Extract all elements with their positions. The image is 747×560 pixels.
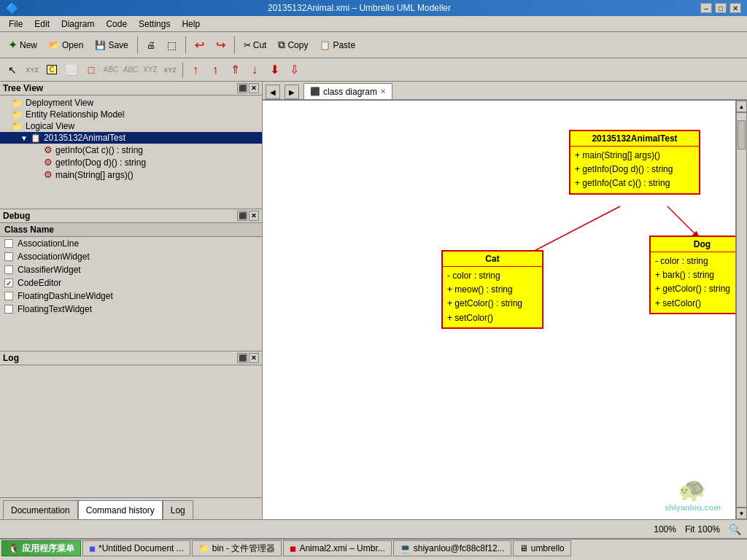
save-button[interactable]: 💾 Save xyxy=(90,35,133,55)
checkbox-5[interactable] xyxy=(4,305,13,314)
method-icon: ⚙ xyxy=(44,144,53,155)
debug-float-button[interactable]: ⬛ xyxy=(237,211,247,221)
scrollbar-thumb[interactable] xyxy=(738,120,746,149)
minimize-button[interactable]: – xyxy=(700,3,712,13)
checkbox-2[interactable] xyxy=(4,265,13,274)
taskbar-untitled[interactable]: ◼ *Untitled Document ... xyxy=(82,540,190,556)
menu-help[interactable]: Help xyxy=(176,18,206,31)
tab-documentation[interactable]: Documentation xyxy=(3,500,78,519)
debug-item-5[interactable]: FloatingTextWidget xyxy=(0,303,262,316)
main-content: Tree View ⬛ ✕ 📁 Deployment View 📁 Entity… xyxy=(0,82,747,519)
arrow-up3-tool[interactable]: ⇑ xyxy=(225,61,244,79)
box-tool[interactable]: □ xyxy=(82,61,101,79)
arrow-up-tool[interactable]: ↑ xyxy=(186,61,205,79)
log-float-button[interactable]: ⬛ xyxy=(237,353,247,363)
tab-log[interactable]: Log xyxy=(163,500,193,519)
tree-item-method2[interactable]: ⚙ getInfo(Dog d)() : string xyxy=(0,156,262,168)
debug-controls[interactable]: ⬛ ✕ xyxy=(237,211,259,221)
copy-button[interactable]: ⧉ Copy xyxy=(273,35,313,55)
log-close-button[interactable]: ✕ xyxy=(249,353,259,363)
menu-diagram[interactable]: Diagram xyxy=(55,18,100,31)
canvas-with-scrollbar: 20135132AnimalTest + main(String[] args)… xyxy=(263,101,747,519)
fit-section: Fit 100% xyxy=(685,524,720,534)
interface-tool[interactable]: ⬜ xyxy=(62,61,81,79)
menu-edit[interactable]: Edit xyxy=(28,18,55,31)
diagram-tab-class[interactable]: ⬛ class diagram ✕ xyxy=(303,83,392,99)
xyz-tool[interactable]: XYZ xyxy=(23,61,42,79)
method-cat-3: + setColor() xyxy=(447,311,538,325)
tree-close-button[interactable]: ✕ xyxy=(249,83,259,93)
diagram-tab-bar: ◀ ▶ ⬛ class diagram ✕ xyxy=(263,82,747,101)
arrow-down3-tool[interactable]: ⇩ xyxy=(285,61,303,79)
select-tool[interactable]: ↖ xyxy=(3,61,22,79)
cut-button[interactable]: ✂ Cut xyxy=(239,35,272,55)
tree-item-method3[interactable]: ⚙ main(String[] args)() xyxy=(0,168,262,181)
arrow-up2-tool[interactable]: ↑↑ xyxy=(206,61,225,79)
note-tool[interactable]: XYZ xyxy=(141,61,160,79)
class-tool[interactable]: C xyxy=(42,61,61,79)
scrollbar-track[interactable] xyxy=(736,112,747,508)
scrollbar-up-button[interactable]: ▲ xyxy=(736,101,747,112)
tree-item-method1[interactable]: ⚙ getInfo(Cat c)() : string xyxy=(0,144,262,156)
menu-file[interactable]: File xyxy=(3,18,28,31)
tab-close-button[interactable]: ✕ xyxy=(380,88,386,96)
menu-code[interactable]: Code xyxy=(100,18,133,31)
print-button[interactable]: 🖨 xyxy=(142,35,160,55)
tree-float-button[interactable]: ⬛ xyxy=(237,83,247,93)
tab-command-history[interactable]: Command history xyxy=(78,500,163,519)
app-icon: 🔷 xyxy=(6,2,18,14)
class-name-cat: Cat xyxy=(485,254,499,264)
taskbar-umbrello[interactable]: 🖥 umbrello xyxy=(513,540,571,556)
debug-item-4[interactable]: FloatingDashLineWidget xyxy=(0,289,262,303)
debug-close-button[interactable]: ✕ xyxy=(249,211,259,221)
arrow-down3-icon: ⇩ xyxy=(290,63,299,77)
debug-item-1[interactable]: AssociationWidget xyxy=(0,250,262,263)
log-controls[interactable]: ⬛ ✕ xyxy=(237,353,259,363)
text2-tool[interactable]: ABC xyxy=(121,61,140,79)
tree-item-animaltest[interactable]: ▼ 📋 20135132AnimalTest xyxy=(0,132,262,144)
tab-nav-left[interactable]: ◀ xyxy=(266,85,280,99)
uml-class-dog[interactable]: Dog - color : string + bark() : string +… xyxy=(649,236,735,314)
menu-settings[interactable]: Settings xyxy=(133,18,176,31)
close-button[interactable]: ✕ xyxy=(729,3,741,13)
uml-class-cat[interactable]: Cat - color : string + meow() : string +… xyxy=(441,250,543,329)
new-button[interactable]: ✦ New xyxy=(3,35,42,55)
checkbox-4[interactable] xyxy=(4,292,13,300)
checkbox-1[interactable] xyxy=(4,252,13,261)
debug-item-2[interactable]: ClassifierWidget xyxy=(0,263,262,276)
arrow-down-tool[interactable]: ↓ xyxy=(245,61,264,79)
checkbox-3[interactable]: ✓ xyxy=(4,279,13,287)
text-tool[interactable]: ABC xyxy=(101,61,120,79)
checkbox-0[interactable] xyxy=(4,239,13,248)
tree-item-entity[interactable]: 📁 Entity Relationship Model xyxy=(0,109,262,120)
vertical-scrollbar[interactable]: ▲ ▼ xyxy=(735,101,747,519)
taskbar-animal2[interactable]: ◼ Animal2.xmi – Umbr... xyxy=(283,540,391,556)
open-label: Open xyxy=(62,40,83,50)
window-controls[interactable]: – □ ✕ xyxy=(700,3,741,13)
maximize-button[interactable]: □ xyxy=(715,3,727,13)
arrow-down2-tool[interactable]: ⬇ xyxy=(265,61,284,79)
redo-button[interactable]: ↪ xyxy=(211,35,231,55)
uml-class-animaltest[interactable]: 20135132AnimalTest + main(String[] args)… xyxy=(569,130,700,195)
scrollbar-down-button[interactable]: ▼ xyxy=(736,508,747,519)
taskbar-file-manager[interactable]: 📁 bin - 文件管理器 xyxy=(192,540,282,556)
taskbar-shiyanlou[interactable]: 💻 shiyanlou@fc88c8f12... xyxy=(393,540,511,556)
tree-item-logical[interactable]: 📁 Logical View xyxy=(0,120,262,132)
open-button[interactable]: 📂 Open xyxy=(44,35,88,55)
diagram-canvas[interactable]: 20135132AnimalTest + main(String[] args)… xyxy=(263,101,735,519)
debug-title: Debug xyxy=(3,211,30,221)
zoom-button-section[interactable]: 🔍 xyxy=(729,524,741,535)
tree-view-panel: Tree View ⬛ ✕ 📁 Deployment View 📁 Entity… xyxy=(0,82,262,209)
print2-button[interactable]: ⬚ xyxy=(162,35,182,55)
tree-item-label: 20135132AnimalTest xyxy=(44,133,125,143)
paste-button[interactable]: 📋 Paste xyxy=(314,35,360,55)
tree-view-controls[interactable]: ⬛ ✕ xyxy=(237,83,259,93)
debug-item-3[interactable]: ✓ CodeEditor xyxy=(0,276,262,289)
zoom-in-icon[interactable]: 🔍 xyxy=(729,524,741,535)
xyz2-tool[interactable]: XYZ xyxy=(160,61,179,79)
debug-item-0[interactable]: AssociationLine xyxy=(0,237,262,250)
tree-item-deployment[interactable]: 📁 Deployment View xyxy=(0,97,262,109)
undo-button[interactable]: ↩ xyxy=(190,35,209,55)
taskbar-app-menu[interactable]: 🐧 应用程序菜单 xyxy=(1,540,81,556)
tab-nav-right[interactable]: ▶ xyxy=(285,85,299,99)
